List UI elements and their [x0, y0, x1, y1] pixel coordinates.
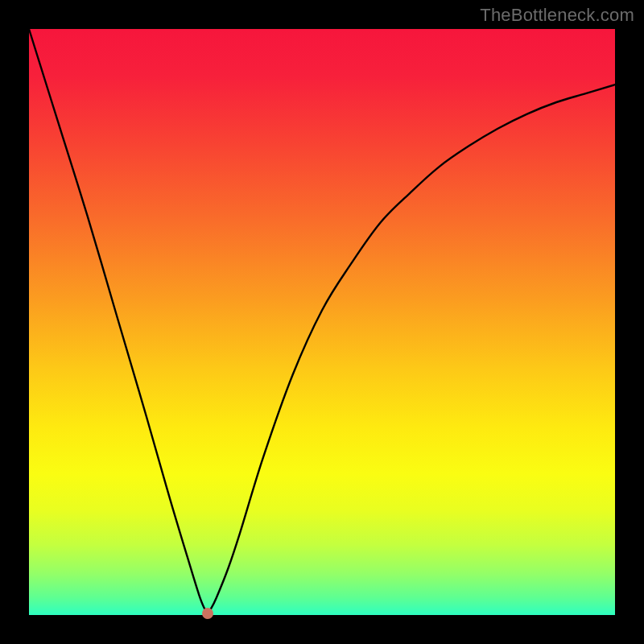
watermark-text: TheBottleneck.com	[480, 5, 634, 26]
minimum-marker	[202, 608, 213, 619]
curve-svg	[29, 29, 615, 615]
plot-area	[29, 29, 615, 615]
bottleneck-curve	[29, 29, 615, 613]
chart-frame: TheBottleneck.com	[0, 0, 644, 644]
